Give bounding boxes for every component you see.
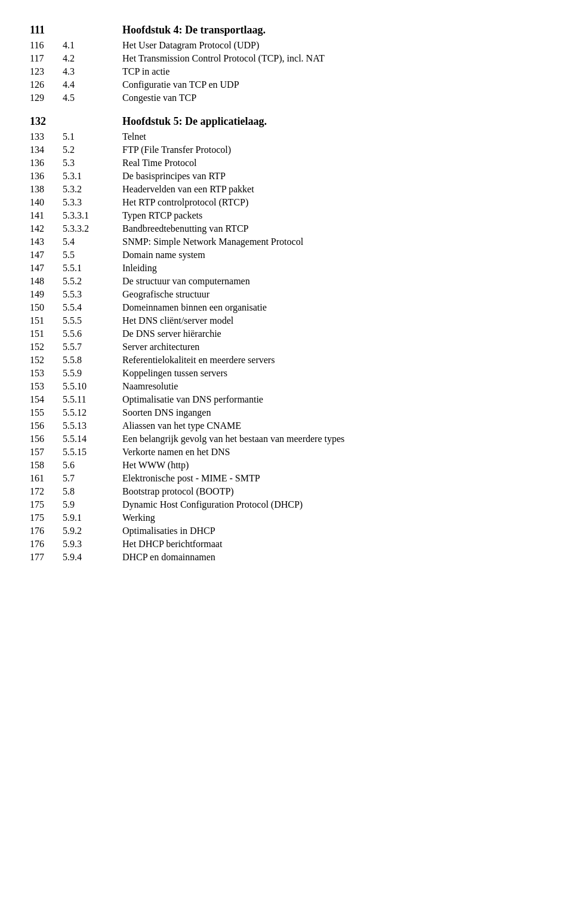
toc-page: 147: [30, 262, 63, 275]
toc-page: 136: [30, 170, 63, 183]
toc-page: 152: [30, 340, 63, 354]
toc-title: Domain name system: [122, 248, 543, 262]
toc-page: 150: [30, 301, 63, 314]
toc-page: 158: [30, 459, 63, 472]
toc-section: 4.3: [63, 65, 122, 78]
toc-section: 4.2: [63, 52, 122, 65]
toc-title: De DNS server hiërarchie: [122, 327, 543, 340]
toc-row: 151 5.5.6 De DNS server hiërarchie: [30, 327, 543, 340]
toc-row: 123 4.3 TCP in actie: [30, 65, 543, 78]
toc-row: 141 5.3.3.1 Typen RTCP packets: [30, 209, 543, 222]
toc-page: 156: [30, 432, 63, 446]
toc-page: 161: [30, 472, 63, 485]
toc-section: 5.5.9: [63, 367, 122, 380]
toc-row: 129 4.5 Congestie van TCP: [30, 91, 543, 105]
toc-row: 147 5.5.1 Inleiding: [30, 262, 543, 275]
toc-title: FTP (File Transfer Protocol): [122, 143, 543, 156]
toc-page: 117: [30, 52, 63, 65]
toc-row: 152 5.5.7 Server architecturen: [30, 340, 543, 354]
toc-title: SNMP: Simple Network Management Protocol: [122, 235, 543, 248]
toc-title: Congestie van TCP: [122, 91, 543, 105]
toc-page: 151: [30, 314, 63, 327]
toc-page: 176: [30, 524, 63, 538]
toc-page: 175: [30, 498, 63, 511]
toc-section: 5.5.6: [63, 327, 122, 340]
toc-page: 126: [30, 78, 63, 91]
toc-row: 111 Hoofdstuk 4: De transportlaag.: [30, 24, 543, 39]
toc-page: 148: [30, 275, 63, 288]
toc-row: 142 5.3.3.2 Bandbreedtebenutting van RTC…: [30, 222, 543, 235]
toc-title: Het DHCP berichtformaat: [122, 538, 543, 551]
toc-row: 153 5.5.10 Naamresolutie: [30, 380, 543, 393]
toc-title: Naamresolutie: [122, 380, 543, 393]
toc-section: 5.5.11: [63, 393, 122, 406]
toc-page: 142: [30, 222, 63, 235]
toc-row: 143 5.4 SNMP: Simple Network Management …: [30, 235, 543, 248]
toc-section: 5.5.14: [63, 432, 122, 446]
toc-row: 161 5.7 Elektronische post - MIME - SMTP: [30, 472, 543, 485]
toc-title: Werking: [122, 511, 543, 524]
toc-row: 132 Hoofdstuk 5: De applicatielaag.: [30, 105, 543, 130]
toc-page: 143: [30, 235, 63, 248]
toc-row: 149 5.5.3 Geografische structuur: [30, 288, 543, 301]
toc-page: 172: [30, 485, 63, 498]
toc-row: 117 4.2 Het Transmission Control Protoco…: [30, 52, 543, 65]
toc-row: 177 5.9.4 DHCP en domainnamen: [30, 551, 543, 564]
toc-section: 5.5.12: [63, 406, 122, 419]
toc-row: 152 5.5.8 Referentielokaliteit en meerde…: [30, 354, 543, 367]
toc-section: 4.4: [63, 78, 122, 91]
toc-section: 5.9.4: [63, 551, 122, 564]
toc-section: 5.5.4: [63, 301, 122, 314]
toc-title: Verkorte namen en het DNS: [122, 446, 543, 459]
toc-page: 132: [30, 105, 63, 130]
toc-title: Hoofdstuk 5: De applicatielaag.: [122, 105, 543, 130]
toc-title: Optimalisaties in DHCP: [122, 524, 543, 538]
toc-row: 175 5.9 Dynamic Host Configuration Proto…: [30, 498, 543, 511]
toc-section: 5.3.3.1: [63, 209, 122, 222]
toc-row: 156 5.5.13 Aliassen van het type CNAME: [30, 419, 543, 432]
toc-page: 141: [30, 209, 63, 222]
toc-page: 151: [30, 327, 63, 340]
toc-title: De structuur van computernamen: [122, 275, 543, 288]
toc-section: 5.9.3: [63, 538, 122, 551]
toc-section: 5.5.13: [63, 419, 122, 432]
toc-page: 176: [30, 538, 63, 551]
toc-table: 111 Hoofdstuk 4: De transportlaag. 116 4…: [30, 24, 543, 564]
toc-title: Geografische structuur: [122, 288, 543, 301]
toc-section: 5.3.3: [63, 196, 122, 209]
toc-page: 152: [30, 354, 63, 367]
toc-title: Configuratie van TCP en UDP: [122, 78, 543, 91]
toc-page: 116: [30, 39, 63, 52]
toc-page: 111: [30, 24, 63, 39]
toc-section: 5.5.2: [63, 275, 122, 288]
toc-row: 156 5.5.14 Een belangrijk gevolg van het…: [30, 432, 543, 446]
toc-page: 153: [30, 367, 63, 380]
toc-row: 134 5.2 FTP (File Transfer Protocol): [30, 143, 543, 156]
toc-section: 5.9: [63, 498, 122, 511]
toc-title: Het DNS cliënt/server model: [122, 314, 543, 327]
toc-row: 175 5.9.1 Werking: [30, 511, 543, 524]
toc-title: Real Time Protocol: [122, 156, 543, 170]
toc-page: 155: [30, 406, 63, 419]
toc-title: Bandbreedtebenutting van RTCP: [122, 222, 543, 235]
toc-page: 149: [30, 288, 63, 301]
toc-page: 133: [30, 130, 63, 143]
toc-page: 153: [30, 380, 63, 393]
toc-section: 5.5.10: [63, 380, 122, 393]
toc-title: Het RTP controlprotocol (RTCP): [122, 196, 543, 209]
toc-section: 5.7: [63, 472, 122, 485]
toc-row: 136 5.3 Real Time Protocol: [30, 156, 543, 170]
toc-row: 158 5.6 Het WWW (http): [30, 459, 543, 472]
toc-section: 5.5.8: [63, 354, 122, 367]
toc-row: 150 5.5.4 Domeinnamen binnen een organis…: [30, 301, 543, 314]
toc-row: 157 5.5.15 Verkorte namen en het DNS: [30, 446, 543, 459]
toc-section: 5.1: [63, 130, 122, 143]
toc-page: 175: [30, 511, 63, 524]
toc-row: 176 5.9.2 Optimalisaties in DHCP: [30, 524, 543, 538]
toc-row: 133 5.1 Telnet: [30, 130, 543, 143]
toc-title: Elektronische post - MIME - SMTP: [122, 472, 543, 485]
toc-section: 5.3: [63, 156, 122, 170]
toc-row: 153 5.5.9 Koppelingen tussen servers: [30, 367, 543, 380]
toc-section: 4.1: [63, 39, 122, 52]
toc-title: Server architecturen: [122, 340, 543, 354]
